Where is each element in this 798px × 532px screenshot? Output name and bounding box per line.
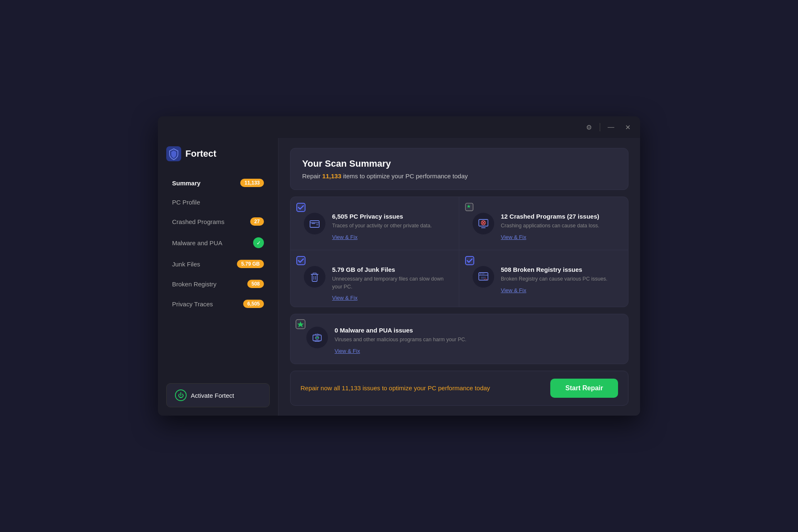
privacy-info: 6,505 PC Privacy issues Traces of your a… bbox=[332, 213, 432, 241]
registry-icon-wrap bbox=[473, 266, 494, 288]
start-repair-button[interactable]: Start Repair bbox=[550, 379, 618, 398]
issue-card-registry: 508 Broken Registry issues Broken Regist… bbox=[459, 250, 628, 308]
issue-card-malware: 0 Malware and PUA issues Viruses and oth… bbox=[290, 314, 628, 364]
close-button[interactable]: ✕ bbox=[622, 121, 633, 133]
sidebar-item-malware-pua[interactable]: Malware and PUA ✓ bbox=[166, 232, 270, 253]
crashed-badge: 27 bbox=[250, 217, 264, 226]
malware-info: 0 Malware and PUA issues Viruses and oth… bbox=[335, 327, 466, 355]
minimize-button[interactable]: — bbox=[605, 121, 617, 133]
summary-label: Summary bbox=[172, 180, 200, 187]
summary-badge: 11,133 bbox=[240, 179, 264, 187]
scan-summary-header: Your Scan Summary Repair 11,133 items to… bbox=[290, 148, 628, 190]
minimize-icon: — bbox=[608, 123, 614, 131]
activate-fortect-button[interactable]: ⏻ Activate Fortect bbox=[166, 383, 270, 407]
scan-highlight-number: 11,133 bbox=[322, 172, 341, 180]
malware-pua-label: Malware and PUA bbox=[172, 239, 222, 246]
malware-check-badge: ✓ bbox=[253, 237, 264, 248]
svg-rect-5 bbox=[316, 224, 318, 225]
issues-grid: 6,505 PC Privacy issues Traces of your a… bbox=[290, 197, 628, 307]
registry-title: 508 Broken Registry issues bbox=[501, 266, 607, 273]
crashed-icon bbox=[478, 218, 489, 229]
issue-card-junk: 5.79 GB of Junk Files Unnecessary and te… bbox=[291, 250, 459, 308]
issue-card-crashed: 12 Crashed Programs (27 issues) Crashing… bbox=[459, 197, 628, 250]
app-window: ⚙ — ✕ Fortect Summary 11,133 bbox=[158, 116, 640, 416]
broken-registry-label: Broken Registry bbox=[172, 281, 217, 288]
malware-title: 0 Malware and PUA issues bbox=[335, 327, 466, 334]
malware-icon-wrap bbox=[306, 327, 328, 348]
crashed-star-badge bbox=[465, 203, 474, 212]
crashed-view-fix-link[interactable]: View & Fix bbox=[501, 234, 526, 240]
titlebar-divider bbox=[600, 123, 600, 131]
privacy-checkbox-icon bbox=[296, 203, 305, 212]
settings-button[interactable]: ⚙ bbox=[583, 121, 595, 133]
junk-view-fix-link[interactable]: View & Fix bbox=[332, 295, 357, 301]
main-content: Fortect Summary 11,133 PC Profile Crashe… bbox=[158, 138, 640, 416]
crashed-icon-wrap bbox=[473, 213, 494, 234]
registry-checkbox-icon bbox=[465, 256, 474, 265]
privacy-title: 6,505 PC Privacy issues bbox=[332, 213, 432, 220]
malware-desc: Viruses and other malicious programs can… bbox=[335, 336, 466, 344]
pc-profile-label: PC Profile bbox=[172, 199, 200, 206]
registry-icon bbox=[478, 271, 489, 283]
sidebar-item-broken-registry[interactable]: Broken Registry 508 bbox=[166, 275, 270, 293]
sidebar-item-junk-files[interactable]: Junk Files 5.79 GB bbox=[166, 255, 270, 273]
crashed-title: 12 Crashed Programs (27 issues) bbox=[501, 213, 599, 220]
bottom-bar-text: Repair now all 11,133 issues to optimize… bbox=[300, 384, 490, 393]
close-icon: ✕ bbox=[625, 123, 631, 131]
privacy-desc: Traces of your activity or other private… bbox=[332, 222, 432, 230]
junk-desc: Unnecessary and temporary files can slow… bbox=[332, 275, 450, 291]
registry-badge: 508 bbox=[247, 280, 264, 288]
junk-badge: 5.79 GB bbox=[237, 260, 264, 268]
activate-label: Activate Fortect bbox=[191, 392, 234, 399]
logo-text: Fortect bbox=[185, 148, 217, 159]
junk-icon-wrap bbox=[304, 266, 325, 288]
privacy-traces-label: Privacy Traces bbox=[172, 300, 213, 308]
scan-title: Your Scan Summary bbox=[302, 158, 616, 169]
junk-checkbox-icon bbox=[296, 256, 305, 265]
sidebar-item-pc-profile[interactable]: PC Profile bbox=[166, 194, 270, 211]
registry-desc: Broken Registry can cause various PC iss… bbox=[501, 275, 607, 283]
privacy-view-fix-link[interactable]: View & Fix bbox=[332, 234, 357, 240]
registry-info: 508 Broken Registry issues Broken Regist… bbox=[501, 266, 607, 294]
privacy-icon-wrap bbox=[304, 213, 325, 234]
junk-files-label: Junk Files bbox=[172, 261, 200, 268]
sidebar: Fortect Summary 11,133 PC Profile Crashe… bbox=[158, 138, 278, 416]
sidebar-item-privacy-traces[interactable]: Privacy Traces 6,505 bbox=[166, 295, 270, 313]
logo: Fortect bbox=[166, 146, 270, 161]
main-panel: Your Scan Summary Repair 11,133 items to… bbox=[278, 138, 640, 416]
malware-star-badge bbox=[296, 319, 306, 332]
sidebar-item-summary[interactable]: Summary 11,133 bbox=[166, 174, 270, 192]
gear-icon: ⚙ bbox=[586, 123, 592, 131]
privacy-icon bbox=[309, 218, 320, 229]
titlebar: ⚙ — ✕ bbox=[158, 116, 640, 138]
bottom-action-bar: Repair now all 11,133 issues to optimize… bbox=[290, 371, 628, 406]
privacy-badge: 6,505 bbox=[243, 300, 264, 308]
sidebar-item-crashed-programs[interactable]: Crashed Programs 27 bbox=[166, 212, 270, 231]
junk-title: 5.79 GB of Junk Files bbox=[332, 266, 450, 273]
junk-icon bbox=[309, 271, 320, 283]
power-icon: ⏻ bbox=[175, 389, 187, 401]
issue-card-privacy: 6,505 PC Privacy issues Traces of your a… bbox=[291, 197, 459, 250]
crashed-programs-label: Crashed Programs bbox=[172, 218, 224, 225]
junk-info: 5.79 GB of Junk Files Unnecessary and te… bbox=[332, 266, 450, 302]
logo-icon bbox=[166, 146, 181, 161]
registry-view-fix-link[interactable]: View & Fix bbox=[501, 287, 526, 293]
crashed-desc: Crashing applications can cause data los… bbox=[501, 222, 599, 230]
crashed-info: 12 Crashed Programs (27 issues) Crashing… bbox=[501, 213, 599, 241]
malware-view-fix-link[interactable]: View & Fix bbox=[335, 348, 360, 354]
malware-icon bbox=[311, 332, 323, 343]
scan-description: Repair 11,133 items to optimize your PC … bbox=[302, 172, 616, 180]
